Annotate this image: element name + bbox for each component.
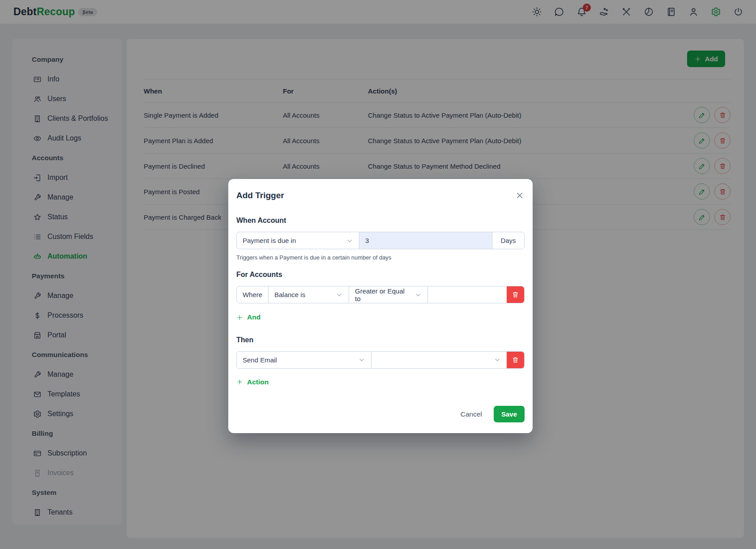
when-trigger-group: Payment is due in 3 Days (236, 232, 525, 249)
then-label: Then (236, 336, 525, 344)
trash-icon (512, 291, 519, 298)
chevron-down-icon (346, 237, 353, 244)
trigger-type-select[interactable]: Payment is due in (237, 232, 359, 249)
plus-icon (236, 379, 243, 385)
chevron-down-icon (494, 356, 501, 363)
action-row: Send Email (236, 351, 525, 369)
trigger-helper-text: Triggers when a Payment is due in a cert… (236, 254, 525, 261)
plus-icon (236, 314, 243, 321)
cancel-button[interactable]: Cancel (461, 410, 482, 418)
condition-operator-select[interactable]: Greater or Equal to (349, 286, 427, 303)
add-action-button[interactable]: Action (236, 378, 269, 386)
days-unit-label: Days (492, 232, 524, 249)
days-value-input[interactable]: 3 (359, 232, 492, 249)
when-account-label: When Account (236, 217, 525, 225)
chevron-down-icon (358, 356, 365, 363)
delete-action-button[interactable] (507, 352, 524, 368)
condition-field-select[interactable]: Balance is (268, 286, 349, 303)
condition-row: Where Balance is Greater or Equal to (236, 286, 525, 303)
chevron-down-icon (336, 291, 343, 298)
save-button[interactable]: Save (494, 406, 525, 422)
add-condition-button[interactable]: And (236, 313, 261, 321)
close-icon[interactable] (515, 191, 525, 200)
delete-condition-button[interactable] (507, 286, 524, 303)
for-accounts-label: For Accounts (236, 271, 525, 279)
where-label: Where (237, 286, 268, 303)
action-type-select[interactable]: Send Email (237, 352, 371, 368)
condition-value-input[interactable] (427, 286, 507, 303)
add-trigger-modal: Add Trigger When Account Payment is due … (228, 179, 533, 433)
action-target-select[interactable] (371, 352, 507, 368)
modal-title: Add Trigger (236, 191, 284, 200)
chevron-down-icon (414, 291, 422, 298)
trash-icon (512, 356, 519, 364)
